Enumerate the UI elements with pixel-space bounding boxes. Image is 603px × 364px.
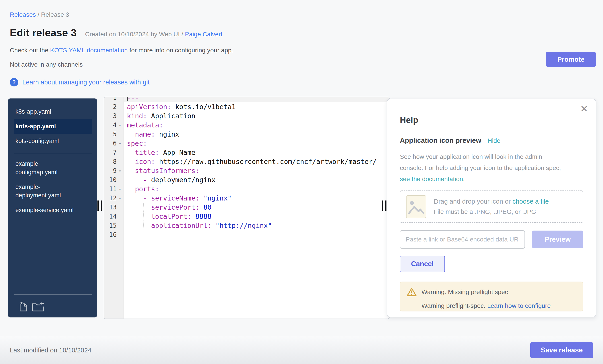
editor-line[interactable]: 3kind: Application — [104, 111, 389, 121]
preflight-warning-box: Warning: Missing preflight spec Warning … — [400, 282, 583, 311]
editor-line[interactable]: 4▾metadata: — [104, 121, 389, 130]
code-token: "nginx" — [199, 194, 232, 202]
promote-button[interactable]: Promote — [546, 52, 596, 67]
file-item[interactable]: example-deployment.yaml — [14, 179, 82, 203]
code-line[interactable]: ports: — [124, 185, 389, 194]
editor-line[interactable]: 15 applicationUrl: "http://nginx" — [104, 221, 389, 230]
git-help-link[interactable]: Learn about managing your releases with … — [22, 79, 150, 86]
close-icon[interactable]: ✕ — [580, 103, 588, 114]
sidebar-bottom-divider — [14, 294, 92, 295]
fold-arrow-icon[interactable]: ▾ — [117, 123, 123, 128]
file-item[interactable]: k8s-app.yaml — [14, 104, 92, 119]
line-number: 4 — [104, 121, 117, 129]
editor-line[interactable]: 12▾ - serviceName: "nginx" — [104, 194, 389, 203]
file-item[interactable]: example-configmap.yaml — [14, 156, 82, 179]
fold-arrow-icon[interactable]: ▾ — [117, 196, 123, 201]
gutter-cell: 4▾ — [104, 121, 124, 129]
line-number: 1 — [104, 97, 117, 101]
line-number: 11 — [104, 185, 117, 193]
text-cursor — [127, 97, 128, 101]
editor-line[interactable]: 8 icon: https://raw.githubusercontent.co… — [104, 157, 389, 166]
fold-arrow-icon[interactable]: ▾ — [117, 187, 123, 192]
sidebar-editor-resize-handle[interactable] — [97, 200, 102, 211]
code-line[interactable]: localPort: 8888 — [124, 212, 389, 221]
created-info: Created on 10/10/2024 by Web UI / Paige … — [85, 31, 222, 38]
editor-line[interactable]: 13 servicePort: 80 — [104, 203, 389, 212]
line-number: 12 — [104, 195, 117, 202]
line-number: 5 — [104, 131, 117, 138]
gutter-cell: 15 — [104, 222, 124, 229]
page-title: Edit release 3 — [10, 27, 77, 39]
code-line[interactable]: servicePort: 80 — [124, 203, 389, 212]
editor-line[interactable]: 10 - deployment/nginx — [104, 175, 389, 185]
gutter-cell: 11▾ — [104, 185, 124, 193]
cancel-button[interactable]: Cancel — [400, 256, 445, 272]
gutter-cell: 5 — [104, 131, 124, 138]
code-line[interactable]: kind: Application — [124, 111, 389, 121]
code-line[interactable]: statusInformers: — [124, 166, 389, 175]
file-item[interactable]: kots-app.yaml — [14, 119, 92, 134]
breadcrumb-releases-link[interactable]: Releases — [10, 11, 36, 18]
see-documentation-link[interactable]: see the documentation — [400, 176, 463, 182]
editor-line[interactable]: 9▾ statusInformers: — [104, 166, 389, 175]
code-line[interactable]: applicationUrl: "http://nginx" — [124, 221, 389, 230]
editor-line[interactable]: 14 localPort: 8888 — [104, 212, 389, 221]
code-line[interactable]: - deployment/nginx — [124, 175, 389, 185]
gutter-cell: 2 — [104, 103, 124, 110]
code-line[interactable]: icon: https://raw.githubusercontent.com/… — [124, 157, 389, 166]
fold-arrow-icon[interactable]: ▾ — [117, 168, 123, 173]
yaml-editor[interactable]: 1---2apiVersion: kots.io/v1beta13kind: A… — [104, 97, 390, 319]
editor-line[interactable]: 6▾spec: — [104, 139, 389, 148]
code-line[interactable] — [124, 230, 389, 239]
editor-line[interactable]: 16 — [104, 230, 389, 239]
line-number: 14 — [104, 213, 117, 220]
code-token: https://raw.githubusercontent.com/cncf/a… — [155, 158, 376, 165]
code-token: kots.io/v1beta1 — [171, 103, 236, 111]
gutter-cell: 12▾ — [104, 195, 124, 202]
code-line[interactable]: - serviceName: "nginx" — [124, 194, 389, 203]
kots-yaml-docs-link[interactable]: KOTS YAML documentation — [50, 47, 128, 54]
code-line[interactable]: spec: — [124, 139, 389, 148]
help-panel: ✕ Help Application icon preview Hide See… — [387, 99, 596, 317]
question-circle-icon[interactable]: ? — [10, 78, 18, 87]
dropzone-text: Drag and drop your icon or choose a file — [434, 198, 549, 205]
preview-button[interactable]: Preview — [532, 231, 583, 248]
hide-link[interactable]: Hide — [487, 137, 500, 144]
icon-url-input[interactable] — [400, 230, 525, 249]
code-token: Application — [147, 112, 195, 120]
code-token: icon: — [135, 158, 155, 165]
code-token: servicePort: — [151, 203, 199, 211]
editor-line[interactable]: 11▾ ports: — [104, 185, 389, 194]
code-line[interactable]: metadata: — [124, 121, 389, 130]
learn-configure-link[interactable]: Learn how to configure — [487, 302, 551, 309]
gutter-cell: 14 — [104, 213, 124, 220]
code-token — [127, 203, 151, 211]
editor-content[interactable]: 1---2apiVersion: kots.io/v1beta13kind: A… — [104, 97, 389, 239]
editor-line[interactable]: 5 name: nginx — [104, 130, 389, 139]
code-line[interactable]: apiVersion: kots.io/v1beta1 — [124, 102, 389, 111]
gutter-cell: 16 — [104, 231, 124, 238]
code-token: deployment/nginx — [151, 176, 215, 184]
new-folder-button[interactable] — [32, 301, 45, 312]
dropzone-file-types: File must be a .PNG, .JPEG, or .JPG — [434, 208, 549, 215]
line-number: 7 — [104, 149, 117, 156]
fold-arrow-icon[interactable]: ▾ — [117, 141, 123, 146]
code-line[interactable]: name: nginx — [124, 130, 389, 139]
code-line[interactable]: title: App Name — [124, 148, 389, 157]
editor-line[interactable]: 7 title: App Name — [104, 148, 389, 157]
choose-file-link[interactable]: choose a file — [512, 198, 549, 205]
editor-line[interactable]: 2apiVersion: kots.io/v1beta1 — [104, 102, 389, 111]
save-release-button[interactable]: Save release — [530, 342, 593, 358]
indent-guide — [143, 212, 144, 221]
line-number: 3 — [104, 112, 117, 120]
icon-dropzone[interactable]: Drag and drop your icon or choose a file… — [400, 190, 583, 223]
new-file-button[interactable] — [18, 301, 28, 312]
code-line[interactable]: --- — [124, 97, 389, 102]
gutter-cell: 6▾ — [104, 140, 124, 147]
file-item[interactable]: example-service.yaml — [14, 203, 82, 217]
author-link[interactable]: Paige Calvert — [185, 31, 222, 38]
warning-detail: Warning preflight-spec. Learn how to con… — [421, 302, 576, 309]
editor-help-resize-handle[interactable] — [382, 200, 386, 211]
editor-line[interactable]: 1--- — [104, 97, 389, 102]
file-item[interactable]: kots-config.yaml — [14, 134, 92, 148]
